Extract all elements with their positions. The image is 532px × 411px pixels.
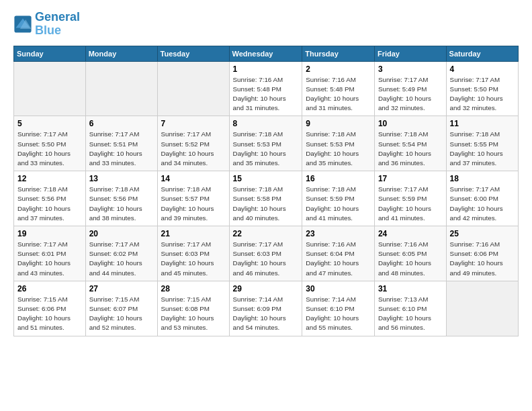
calendar-cell: 21Sunrise: 7:17 AM Sunset: 6:03 PM Dayli… [157,226,229,281]
day-info: Sunrise: 7:16 AM Sunset: 6:06 PM Dayligh… [450,240,515,278]
day-number: 25 [450,229,515,238]
day-info: Sunrise: 7:16 AM Sunset: 6:05 PM Dayligh… [378,240,443,278]
weekday-header-cell: Thursday [302,46,375,61]
day-info: Sunrise: 7:14 AM Sunset: 6:09 PM Dayligh… [233,295,299,333]
day-info: Sunrise: 7:18 AM Sunset: 5:58 PM Dayligh… [233,185,299,223]
day-info: Sunrise: 7:15 AM Sunset: 6:07 PM Dayligh… [89,295,154,333]
calendar-cell [14,61,86,116]
day-number: 6 [89,119,154,128]
day-info: Sunrise: 7:17 AM Sunset: 6:01 PM Dayligh… [17,240,82,278]
day-info: Sunrise: 7:18 AM Sunset: 5:59 PM Dayligh… [306,185,371,223]
day-number: 23 [306,229,371,238]
calendar-cell: 23Sunrise: 7:16 AM Sunset: 6:04 PM Dayli… [302,226,375,281]
calendar-cell [85,61,157,116]
day-number: 31 [378,284,443,293]
day-info: Sunrise: 7:17 AM Sunset: 5:50 PM Dayligh… [450,75,515,113]
calendar-cell: 2Sunrise: 7:16 AM Sunset: 5:48 PM Daylig… [302,61,375,116]
calendar-cell: 10Sunrise: 7:18 AM Sunset: 5:54 PM Dayli… [374,116,446,171]
weekday-header-cell: Sunday [14,46,86,61]
weekday-header-cell: Saturday [446,46,518,61]
day-number: 5 [17,119,82,128]
calendar-cell: 18Sunrise: 7:17 AM Sunset: 6:00 PM Dayli… [446,171,518,226]
day-number: 10 [378,119,443,128]
calendar-cell: 14Sunrise: 7:18 AM Sunset: 5:57 PM Dayli… [157,171,229,226]
day-number: 18 [450,174,515,183]
day-number: 28 [161,284,226,293]
calendar-cell: 17Sunrise: 7:17 AM Sunset: 5:59 PM Dayli… [374,171,446,226]
calendar-cell: 4Sunrise: 7:17 AM Sunset: 5:50 PM Daylig… [446,61,518,116]
calendar-week-row: 5Sunrise: 7:17 AM Sunset: 5:50 PM Daylig… [14,116,519,171]
calendar-cell [157,61,229,116]
calendar-cell: 25Sunrise: 7:16 AM Sunset: 6:06 PM Dayli… [446,226,518,281]
day-info: Sunrise: 7:16 AM Sunset: 5:48 PM Dayligh… [233,75,299,113]
calendar-week-row: 19Sunrise: 7:17 AM Sunset: 6:01 PM Dayli… [14,226,519,281]
day-info: Sunrise: 7:18 AM Sunset: 5:55 PM Dayligh… [450,130,515,168]
day-number: 9 [306,119,371,128]
calendar-cell: 31Sunrise: 7:13 AM Sunset: 6:10 PM Dayli… [374,281,446,336]
day-number: 20 [89,229,154,238]
day-info: Sunrise: 7:13 AM Sunset: 6:10 PM Dayligh… [378,295,443,333]
calendar-cell: 30Sunrise: 7:14 AM Sunset: 6:10 PM Dayli… [302,281,375,336]
day-info: Sunrise: 7:16 AM Sunset: 6:04 PM Dayligh… [306,240,371,278]
day-number: 29 [233,284,299,293]
weekday-header-cell: Tuesday [157,46,229,61]
calendar-cell: 5Sunrise: 7:17 AM Sunset: 5:50 PM Daylig… [14,116,86,171]
calendar-table: SundayMondayTuesdayWednesdayThursdayFrid… [13,46,519,336]
day-number: 4 [450,64,515,74]
day-number: 12 [17,174,82,183]
page-container: GeneralBlue SundayMondayTuesdayWednesday… [0,0,532,343]
calendar-cell: 24Sunrise: 7:16 AM Sunset: 6:05 PM Dayli… [374,226,446,281]
logo-icon [13,15,32,34]
calendar-body: 1Sunrise: 7:16 AM Sunset: 5:48 PM Daylig… [14,61,519,336]
calendar-week-row: 26Sunrise: 7:15 AM Sunset: 6:06 PM Dayli… [14,281,519,336]
calendar-cell: 8Sunrise: 7:18 AM Sunset: 5:53 PM Daylig… [229,116,302,171]
day-info: Sunrise: 7:17 AM Sunset: 5:59 PM Dayligh… [378,185,443,223]
weekday-header-cell: Monday [85,46,157,61]
calendar-cell: 29Sunrise: 7:14 AM Sunset: 6:09 PM Dayli… [229,281,302,336]
day-number: 11 [450,119,515,128]
day-info: Sunrise: 7:17 AM Sunset: 5:50 PM Dayligh… [17,130,82,168]
weekday-header-cell: Friday [374,46,446,61]
calendar-week-row: 12Sunrise: 7:18 AM Sunset: 5:56 PM Dayli… [14,171,519,226]
calendar-cell: 6Sunrise: 7:17 AM Sunset: 5:51 PM Daylig… [85,116,157,171]
day-number: 27 [89,284,154,293]
day-info: Sunrise: 7:18 AM Sunset: 5:56 PM Dayligh… [17,185,82,223]
calendar-cell: 13Sunrise: 7:18 AM Sunset: 5:56 PM Dayli… [85,171,157,226]
day-info: Sunrise: 7:18 AM Sunset: 5:54 PM Dayligh… [378,130,443,168]
day-number: 26 [17,284,82,293]
day-info: Sunrise: 7:18 AM Sunset: 5:56 PM Dayligh… [89,185,154,223]
calendar-cell: 7Sunrise: 7:17 AM Sunset: 5:52 PM Daylig… [157,116,229,171]
day-info: Sunrise: 7:18 AM Sunset: 5:53 PM Dayligh… [233,130,299,168]
day-info: Sunrise: 7:15 AM Sunset: 6:06 PM Dayligh… [17,295,82,333]
day-number: 15 [233,174,299,183]
day-info: Sunrise: 7:14 AM Sunset: 6:10 PM Dayligh… [306,295,371,333]
logo: GeneralBlue [13,11,80,38]
calendar-cell: 27Sunrise: 7:15 AM Sunset: 6:07 PM Dayli… [85,281,157,336]
day-number: 21 [161,229,226,238]
day-number: 19 [17,229,82,238]
calendar-cell: 1Sunrise: 7:16 AM Sunset: 5:48 PM Daylig… [229,61,302,116]
calendar-cell: 20Sunrise: 7:17 AM Sunset: 6:02 PM Dayli… [85,226,157,281]
calendar-cell [446,281,518,336]
day-number: 24 [378,229,443,238]
day-info: Sunrise: 7:18 AM Sunset: 5:53 PM Dayligh… [306,130,371,168]
calendar-week-row: 1Sunrise: 7:16 AM Sunset: 5:48 PM Daylig… [14,61,519,116]
calendar-cell: 11Sunrise: 7:18 AM Sunset: 5:55 PM Dayli… [446,116,518,171]
day-number: 22 [233,229,299,238]
day-info: Sunrise: 7:15 AM Sunset: 6:08 PM Dayligh… [161,295,226,333]
day-number: 2 [306,64,371,74]
calendar-cell: 22Sunrise: 7:17 AM Sunset: 6:03 PM Dayli… [229,226,302,281]
calendar-cell: 16Sunrise: 7:18 AM Sunset: 5:59 PM Dayli… [302,171,375,226]
calendar-cell: 15Sunrise: 7:18 AM Sunset: 5:58 PM Dayli… [229,171,302,226]
calendar-cell: 19Sunrise: 7:17 AM Sunset: 6:01 PM Dayli… [14,226,86,281]
day-info: Sunrise: 7:17 AM Sunset: 5:51 PM Dayligh… [89,130,154,168]
day-info: Sunrise: 7:17 AM Sunset: 5:49 PM Dayligh… [378,75,443,113]
calendar-cell: 9Sunrise: 7:18 AM Sunset: 5:53 PM Daylig… [302,116,375,171]
weekday-header-cell: Wednesday [229,46,302,61]
calendar-cell: 26Sunrise: 7:15 AM Sunset: 6:06 PM Dayli… [14,281,86,336]
day-info: Sunrise: 7:17 AM Sunset: 5:52 PM Dayligh… [161,130,226,168]
day-number: 7 [161,119,226,128]
day-info: Sunrise: 7:17 AM Sunset: 6:03 PM Dayligh… [233,240,299,278]
page-header: GeneralBlue [13,11,519,38]
logo-text: GeneralBlue [35,11,80,38]
